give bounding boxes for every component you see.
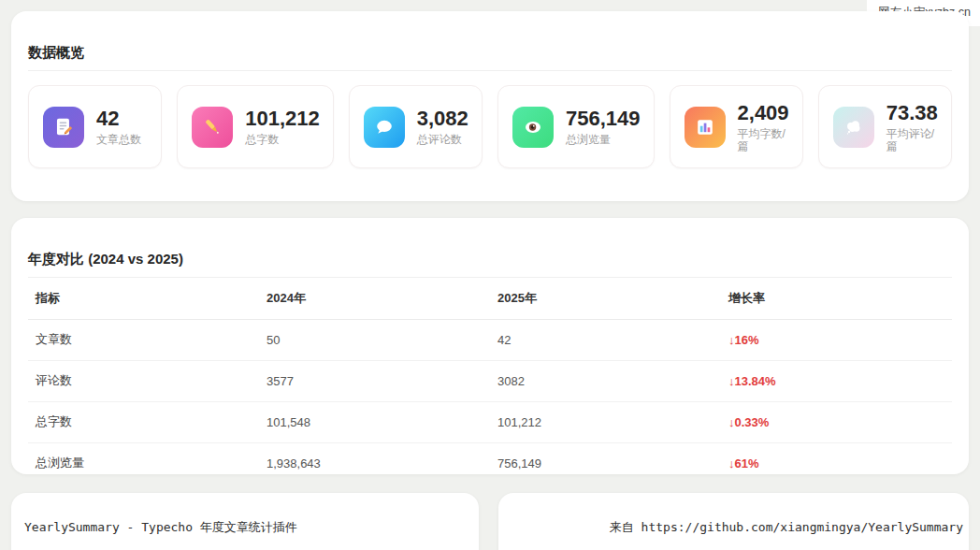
- bar-chart-icon: [685, 107, 726, 148]
- footer-repo-link: 来自 https://github.com/xiangmingya/Yearly…: [610, 521, 963, 534]
- column-header-2024: 2024年: [259, 278, 490, 320]
- stat-label: 总字数: [245, 134, 320, 146]
- stat-card-text: 2,409 平均字数/篇: [738, 102, 789, 152]
- growth-cell: ↓13.84%: [721, 361, 952, 402]
- value-2024-cell: 50: [259, 320, 490, 361]
- value-2025-cell: 3082: [490, 361, 721, 402]
- column-header-growth: 增长率: [721, 278, 952, 320]
- stat-value: 3,082: [417, 108, 468, 129]
- comparison-title: 年度对比 (2024 vs 2025): [28, 252, 952, 267]
- stat-value: 756,149: [566, 108, 641, 129]
- stat-card-text: 3,082 总评论数: [417, 108, 468, 146]
- metric-cell: 文章数: [28, 320, 259, 361]
- writing-hand-icon: [192, 107, 233, 148]
- metric-cell: 评论数: [28, 361, 259, 402]
- memo-icon: [43, 107, 84, 148]
- thought-bubble-icon: [833, 107, 874, 148]
- stat-value: 2,409: [738, 102, 789, 123]
- table-row: 总字数 101,548 101,212 ↓0.33%: [28, 402, 952, 443]
- comparison-card: 年度对比 (2024 vs 2025) 指标 2024年 2025年 增长率 文…: [11, 218, 969, 474]
- table-row: 总浏览量 1,938,643 756,149 ↓61%: [28, 443, 952, 485]
- comparison-table: 指标 2024年 2025年 增长率 文章数 50 42 ↓16% 评论数 35…: [28, 278, 952, 484]
- stat-card-words: 101,212 总字数: [177, 85, 334, 168]
- stat-label: 平均评论/篇: [886, 128, 938, 152]
- stat-value: 73.38: [886, 102, 938, 123]
- stat-card-posts: 42 文章总数: [28, 85, 162, 168]
- metric-cell: 总浏览量: [28, 443, 259, 485]
- column-header-2025: 2025年: [490, 278, 721, 320]
- growth-cell: ↓0.33%: [721, 402, 952, 443]
- stat-card-comments: 3,082 总评论数: [349, 85, 483, 168]
- stat-label: 总浏览量: [566, 134, 641, 146]
- stat-card-row: 42 文章总数 101,212 总字数: [28, 85, 952, 168]
- stat-card-text: 73.38 平均评论/篇: [886, 102, 938, 152]
- stat-value: 42: [96, 108, 141, 129]
- value-2024-cell: 3577: [259, 361, 490, 402]
- value-2025-cell: 42: [490, 320, 721, 361]
- table-header-row: 指标 2024年 2025年 增长率: [28, 278, 952, 320]
- overview-divider: [28, 70, 952, 71]
- eye-icon: [512, 107, 554, 148]
- value-2024-cell: 101,548: [259, 402, 490, 443]
- table-row: 评论数 3577 3082 ↓13.84%: [28, 361, 952, 402]
- column-header-metric: 指标: [28, 278, 259, 320]
- value-2025-cell: 101,212: [490, 402, 721, 443]
- stat-value: 101,212: [245, 108, 320, 129]
- value-2024-cell: 1,938,643: [259, 443, 490, 485]
- speech-bubble-icon: [364, 107, 405, 148]
- growth-cell: ↓16%: [721, 320, 952, 361]
- stat-card-views: 756,149 总浏览量: [497, 85, 655, 168]
- stat-label: 文章总数: [96, 134, 141, 146]
- stat-label: 总评论数: [417, 134, 468, 146]
- table-row: 文章数 50 42 ↓16%: [28, 320, 952, 361]
- overview-card: 数据概览 42 文章总数: [11, 11, 969, 201]
- footer-plugin-name: YearlySummary - Typecho 年度文章统计插件: [24, 521, 297, 534]
- stat-label: 平均字数/篇: [738, 128, 789, 152]
- stat-card-avg-words: 2,409 平均字数/篇: [670, 85, 803, 168]
- value-2025-cell: 756,149: [490, 443, 721, 485]
- stat-card-text: 42 文章总数: [96, 108, 141, 146]
- stat-card-avg-comments: 73.38 平均评论/篇: [818, 85, 952, 168]
- stat-card-text: 101,212 总字数: [245, 108, 320, 146]
- metric-cell: 总字数: [28, 402, 259, 443]
- overview-title: 数据概览: [28, 45, 952, 60]
- growth-cell: ↓61%: [721, 443, 952, 485]
- stat-card-text: 756,149 总浏览量: [566, 108, 641, 146]
